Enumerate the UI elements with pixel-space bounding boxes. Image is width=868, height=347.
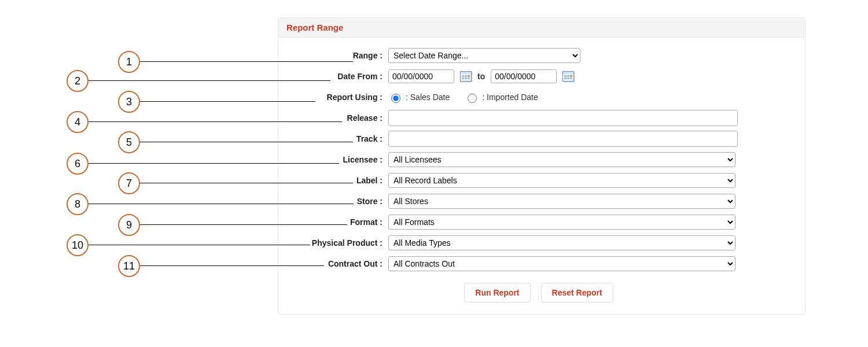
row-date-from: Date From : to	[284, 67, 793, 86]
run-report-button[interactable]: Run Report	[464, 283, 530, 302]
leader-11	[139, 265, 324, 266]
leader-9	[139, 224, 347, 225]
physical-product-select[interactable]: All Media Types	[388, 235, 735, 250]
label-format: Format :	[284, 217, 388, 227]
leader-2	[87, 80, 330, 81]
date-to-input[interactable]	[491, 69, 557, 83]
leader-10	[87, 245, 310, 245]
date-from-input[interactable]	[388, 69, 454, 83]
callout-11: 11	[118, 255, 140, 277]
row-contract-out: Contract Out : All Contracts Out	[284, 254, 793, 274]
callout-2: 2	[67, 70, 89, 92]
radio-imported-date[interactable]	[468, 94, 477, 103]
callout-9: 9	[118, 214, 140, 236]
leader-8	[87, 204, 354, 204]
row-range: Range : Select Date Range...	[284, 46, 793, 65]
label-store: Store :	[284, 197, 388, 206]
radio-imported-date-label: : Imported Date	[482, 93, 538, 102]
release-input[interactable]	[388, 110, 738, 126]
label-label: Label :	[284, 176, 388, 185]
callout-5: 5	[118, 131, 140, 153]
panel-title: Report Range	[278, 18, 805, 38]
licensee-select[interactable]: All Licensees	[388, 152, 735, 167]
label-range: Range :	[284, 51, 388, 60]
label-select[interactable]: All Record Labels	[388, 173, 735, 188]
leader-7	[139, 183, 353, 183]
label-to: to	[477, 72, 485, 81]
label-contract-out: Contract Out :	[284, 259, 388, 268]
radio-sales-date-label: : Sales Date	[406, 93, 450, 102]
contract-out-select[interactable]: All Contracts Out	[388, 256, 735, 271]
leader-4	[87, 121, 342, 122]
calendar-icon[interactable]	[460, 71, 472, 82]
label-date-from: Date From :	[284, 72, 388, 81]
row-label: Label : All Record Labels	[284, 171, 793, 190]
label-report-using: Report Using :	[284, 93, 388, 102]
callout-8: 8	[67, 193, 89, 215]
calendar-icon[interactable]	[562, 71, 574, 82]
report-range-panel: Report Range Range : Select Date Range..…	[278, 17, 806, 315]
leader-5	[139, 142, 353, 142]
leader-3	[139, 101, 315, 102]
row-format: Format : All Formats	[284, 212, 793, 232]
range-select[interactable]: Select Date Range...	[388, 48, 580, 63]
row-report-using: Report Using : : Sales Date : Imported D…	[284, 87, 793, 107]
row-physical-product: Physical Product : All Media Types	[284, 233, 793, 253]
label-physical-product: Physical Product :	[284, 238, 388, 248]
panel-body: Range : Select Date Range... Date From :…	[278, 38, 805, 314]
button-row: Run Report Reset Report	[284, 283, 793, 302]
leader-6	[87, 163, 339, 164]
callout-1: 1	[118, 51, 140, 73]
row-store: Store : All Stores	[284, 191, 793, 211]
callout-3: 3	[118, 91, 140, 113]
radio-sales-date[interactable]	[391, 94, 400, 103]
format-select[interactable]: All Formats	[388, 215, 735, 230]
row-licensee: Licensee : All Licensees	[284, 150, 793, 169]
callout-6: 6	[67, 153, 89, 175]
leader-1	[139, 61, 353, 62]
row-release: Release :	[284, 108, 793, 128]
callout-4: 4	[67, 111, 89, 133]
track-input[interactable]	[388, 131, 738, 147]
callout-7: 7	[118, 172, 140, 194]
row-track: Track :	[284, 129, 793, 149]
store-select[interactable]: All Stores	[388, 194, 735, 209]
reset-report-button[interactable]: Reset Report	[541, 283, 613, 302]
callout-10: 10	[67, 234, 89, 256]
